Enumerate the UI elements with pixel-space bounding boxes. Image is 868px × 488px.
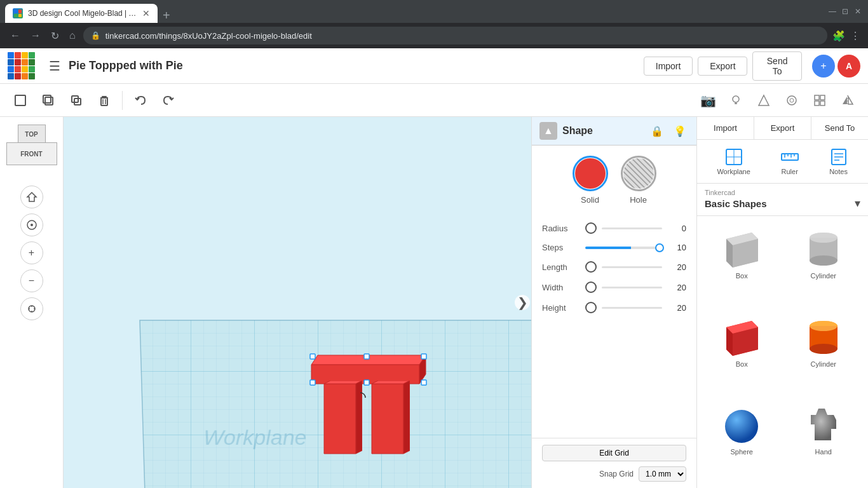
import-top-button[interactable]: Import xyxy=(697,117,754,139)
box-gray-preview xyxy=(720,226,763,269)
new-shape-button[interactable] xyxy=(8,88,33,113)
view-cube-top[interactable]: TOP xyxy=(18,125,46,144)
zoom-out-button[interactable]: − xyxy=(20,269,43,292)
viewport[interactable]: Workplane xyxy=(64,117,696,488)
copy-button[interactable] xyxy=(36,88,61,113)
length-label: Length xyxy=(542,262,580,272)
box-red-label: Box xyxy=(736,360,748,368)
svg-point-25 xyxy=(31,224,33,226)
shape-item-hand[interactable]: Hand xyxy=(784,397,864,483)
sphere-blue-label: Sphere xyxy=(731,448,753,456)
svg-point-14 xyxy=(787,96,796,105)
address-bar[interactable]: 🔒 tinkercad.com/things/8xUoJY2aZpl-cool-… xyxy=(83,27,827,44)
shape-item-box-red[interactable]: Box xyxy=(702,309,782,395)
import-button[interactable]: Import xyxy=(644,57,693,76)
send-to-button[interactable]: Send To xyxy=(752,51,802,81)
sphere-blue-preview xyxy=(720,402,763,445)
solid-shape-selector[interactable]: Solid xyxy=(573,156,608,205)
home-view-button[interactable] xyxy=(20,186,43,208)
length-slider-thumb[interactable] xyxy=(585,261,597,273)
workplane-tool[interactable]: Workplane xyxy=(712,145,755,178)
camera-view-button[interactable]: 📷 xyxy=(695,88,721,113)
browser-chrome: 3D design Cool Migelo-Blad | Tin... ✕ + … xyxy=(0,0,868,23)
extensions-icon[interactable]: 🧩 xyxy=(832,30,845,42)
length-track xyxy=(602,266,662,268)
notes-icon xyxy=(829,147,848,166)
fit-view-button[interactable] xyxy=(20,297,43,320)
new-tab-button[interactable]: + xyxy=(158,8,175,23)
shape-item-cylinder-gray[interactable]: Cylinder xyxy=(784,221,864,307)
steps-slider-thumb[interactable] xyxy=(655,243,664,252)
edit-grid-button[interactable]: Edit Grid xyxy=(542,445,686,461)
tab-close-button[interactable]: ✕ xyxy=(142,8,150,18)
user-avatar[interactable]: A xyxy=(837,55,860,78)
undo-button[interactable] xyxy=(128,88,153,113)
svg-rect-35 xyxy=(310,354,315,359)
width-slider-thumb[interactable] xyxy=(585,281,597,293)
zoom-in-button[interactable]: + xyxy=(20,241,43,264)
view-cube-front[interactable]: FRONT xyxy=(6,142,57,165)
shape-help-icon[interactable]: 💡 xyxy=(671,122,689,140)
active-tab[interactable]: 3D design Cool Migelo-Blad | Tin... ✕ xyxy=(5,4,158,23)
circle-view-button[interactable] xyxy=(779,88,804,113)
forward-button[interactable]: → xyxy=(28,27,43,44)
height-value: 20 xyxy=(667,303,686,313)
reload-button[interactable]: ↻ xyxy=(48,27,62,44)
snap-grid-select[interactable]: 1.0 mm 0.5 mm 0.1 mm xyxy=(639,466,686,482)
height-slider-thumb[interactable] xyxy=(585,302,597,313)
notes-tool[interactable]: Notes xyxy=(824,145,853,178)
cylinder-orange-label: Cylinder xyxy=(811,360,836,368)
svg-point-67 xyxy=(810,233,837,243)
project-title: Pie Toppped with Pie xyxy=(69,59,644,72)
right-sidebar: Import Export Send To Workplane xyxy=(696,117,868,488)
svg-marker-47 xyxy=(403,381,410,454)
redo-button[interactable] xyxy=(156,88,181,113)
close-button[interactable]: ✕ xyxy=(853,6,863,17)
svg-rect-19 xyxy=(820,101,825,105)
delete-button[interactable] xyxy=(92,88,117,113)
svg-point-75 xyxy=(810,321,837,331)
export-button[interactable]: Export xyxy=(698,57,747,76)
3d-object-box-top[interactable] xyxy=(308,352,419,381)
send-to-top-button[interactable]: Send To xyxy=(811,117,868,139)
browser-menu-icon[interactable]: ⋮ xyxy=(850,30,860,42)
ruler-tool[interactable]: Ruler xyxy=(775,145,804,178)
workplane-icon xyxy=(724,147,743,166)
menu-button[interactable]: ☰ xyxy=(43,55,66,78)
rotate-view-button[interactable] xyxy=(20,214,43,236)
expand-panel-arrow[interactable]: ❯ xyxy=(515,295,530,310)
3d-object-box-right[interactable] xyxy=(365,381,403,451)
svg-rect-37 xyxy=(310,380,315,385)
light-bulb-button[interactable] xyxy=(723,88,749,113)
shape-collapse-button[interactable]: ▲ xyxy=(539,122,557,140)
svg-rect-18 xyxy=(815,101,819,105)
shape-item-cylinder-orange[interactable]: Cylinder xyxy=(784,309,864,395)
back-button[interactable]: ← xyxy=(8,27,23,44)
steps-row: Steps 10 xyxy=(542,243,686,252)
shape-item-box-gray[interactable]: Box xyxy=(702,221,782,307)
radius-slider-thumb[interactable] xyxy=(585,222,597,234)
svg-rect-2 xyxy=(43,95,51,103)
tab-favicon xyxy=(13,8,23,18)
hole-shape-selector[interactable]: Hole xyxy=(621,156,656,205)
home-button[interactable]: ⌂ xyxy=(67,27,78,44)
svg-marker-45 xyxy=(372,384,403,454)
export-top-button[interactable]: Export xyxy=(754,117,811,139)
shape-lock-icon[interactable]: 🔒 xyxy=(648,122,666,140)
add-user-button[interactable]: + xyxy=(812,55,835,78)
3d-object-box-left[interactable] xyxy=(318,381,356,451)
snap-button[interactable] xyxy=(807,88,832,113)
view-cube[interactable]: TOP FRONT xyxy=(6,125,57,175)
duplicate-button[interactable] xyxy=(64,88,89,113)
window-controls: — ⊡ ✕ xyxy=(827,6,863,17)
tinkercad-logo xyxy=(8,52,36,80)
toolbar-divider xyxy=(122,91,123,110)
category-dropdown-icon[interactable]: ▾ xyxy=(855,196,860,210)
maximize-button[interactable]: ⊡ xyxy=(840,6,850,17)
tinkercad-brand: Tinkercad xyxy=(705,189,860,196)
shape-button[interactable] xyxy=(751,88,776,113)
mirror-button[interactable] xyxy=(835,88,860,113)
svg-rect-5 xyxy=(102,96,107,97)
minimize-button[interactable]: — xyxy=(827,6,837,17)
shape-item-sphere-blue[interactable]: Sphere xyxy=(702,397,782,483)
